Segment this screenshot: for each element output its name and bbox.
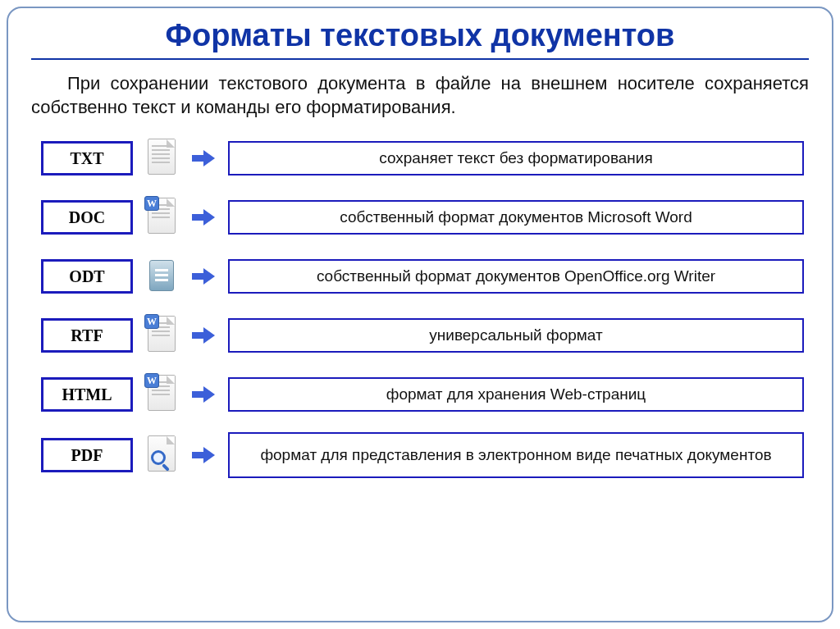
slide-title: Форматы текстовых документов (31, 18, 809, 53)
format-description-box: собственный формат документов Microsoft … (228, 200, 804, 235)
format-code-box: TXT (41, 141, 133, 175)
openoffice-file-icon (144, 255, 179, 298)
format-description: сохраняет текст без форматирования (379, 149, 653, 167)
format-description: собственный формат документов OpenOffice… (317, 267, 715, 285)
format-code: TXT (70, 149, 103, 168)
format-code-box: DOC (41, 200, 133, 235)
format-description-box: универсальный формат (228, 318, 804, 353)
word-file-icon: W (144, 196, 179, 239)
arrow-icon (190, 150, 217, 166)
format-code: PDF (71, 446, 103, 465)
format-code-box: ODT (41, 259, 133, 294)
format-row: HTML W формат для хранения Web-страниц (41, 373, 804, 416)
arrow-icon (190, 268, 217, 285)
format-row: RTF W универсальный формат (41, 314, 804, 357)
format-code: ODT (69, 267, 104, 286)
format-code-box: RTF (41, 318, 133, 353)
format-list: TXT сохраняет текст без форматирования D… (31, 137, 809, 478)
format-code: DOC (69, 208, 105, 227)
format-code: RTF (71, 326, 103, 345)
word-file-icon: W (144, 314, 179, 357)
txt-file-icon (144, 137, 179, 180)
arrow-icon (190, 327, 217, 344)
format-description: собственный формат документов Microsoft … (340, 208, 692, 226)
arrow-icon (190, 386, 217, 403)
format-code-box: HTML (41, 377, 133, 412)
format-row: PDF формат для представления в электронн… (41, 432, 804, 478)
format-description-box: собственный формат документов OpenOffice… (228, 259, 804, 294)
slide-frame: Форматы текстовых документов При сохране… (7, 7, 833, 622)
format-row: DOC W собственный формат документов Micr… (41, 196, 804, 239)
arrow-icon (190, 447, 217, 463)
format-code-box: PDF (41, 438, 133, 472)
format-description: универсальный формат (429, 326, 602, 344)
format-description-box: формат для представления в электронном в… (228, 432, 804, 478)
pdf-file-icon (144, 434, 179, 476)
word-file-icon: W (144, 373, 179, 416)
format-row: ODT собственный формат документов OpenOf… (41, 255, 804, 298)
arrow-icon (190, 209, 217, 226)
format-description-box: сохраняет текст без форматирования (228, 141, 804, 175)
format-description: формат для хранения Web-страниц (386, 385, 646, 403)
format-description-box: формат для хранения Web-страниц (228, 377, 804, 412)
format-row: TXT сохраняет текст без форматирования (41, 137, 804, 180)
intro-paragraph: При сохранении текстового документа в фа… (31, 71, 809, 119)
format-code: HTML (62, 385, 112, 404)
title-underline (31, 58, 809, 60)
format-description: формат для представления в электронном в… (260, 446, 771, 464)
